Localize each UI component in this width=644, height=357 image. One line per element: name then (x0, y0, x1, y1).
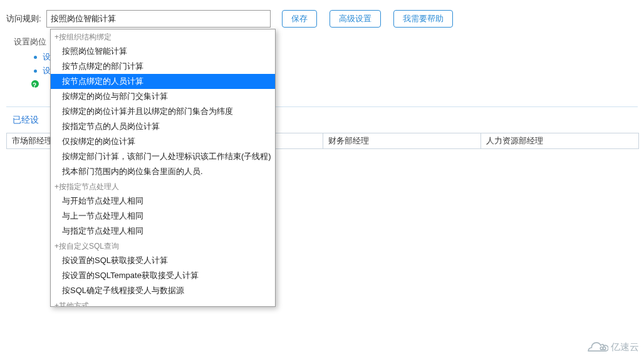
advanced-settings-button[interactable]: 高级设置 (330, 10, 381, 28)
dropdown-item[interactable]: 按绑定部门计算，该部门一人处理标识该工作结束(子线程) (51, 149, 275, 164)
cloud-icon (587, 341, 608, 353)
save-button[interactable]: 保存 (282, 10, 317, 28)
dropdown-group-head: +按指定节点处理人 (51, 179, 275, 194)
help-button[interactable]: 我需要帮助 (393, 10, 453, 28)
dropdown-item[interactable]: 与上一节点处理人相同 (51, 209, 275, 224)
dropdown-item[interactable]: 按节点绑定的人员计算 (51, 74, 275, 89)
dropdown-item[interactable]: 按绑定的岗位计算并且以绑定的部门集合为纬度 (51, 104, 275, 119)
dropdown-item[interactable]: 与指定节点处理人相同 (51, 224, 275, 239)
access-rule-dropdown[interactable]: +按组织结构绑定按照岗位智能计算按节点绑定的部门计算按节点绑定的人员计算按绑定的… (50, 29, 276, 307)
dropdown-item[interactable]: 按指定节点的人员岗位计算 (51, 119, 275, 134)
dropdown-group-head: +按自定义SQL查询 (51, 239, 275, 253)
access-rule-value: 按照岗位智能计算 (51, 13, 116, 24)
bullet-list: 设 设 ? (36, 50, 51, 78)
question-icon: ? (33, 79, 36, 93)
dropdown-item[interactable]: 与开始节点处理人相同 (51, 194, 275, 209)
watermark: 亿速云 (587, 341, 639, 353)
dropdown-item[interactable]: 按设置的SQLTempate获取接受人计算 (51, 268, 275, 283)
dropdown-item[interactable]: 按设置的SQL获取接受人计算 (51, 253, 275, 268)
list-item[interactable]: 设 (36, 50, 51, 64)
dropdown-item[interactable]: 按绑定的岗位与部门交集计算 (51, 89, 275, 104)
dropdown-item[interactable]: 按节点绑定的部门计算 (51, 59, 275, 74)
access-rule-label: 访问规则: (6, 13, 41, 24)
watermark-text: 亿速云 (611, 341, 639, 353)
already-set-label: 已经设 (13, 115, 39, 126)
dropdown-group-head: +按组织结构绑定 (51, 29, 275, 44)
role-cell[interactable]: 人力资源部经理 (480, 133, 638, 149)
svg-point-1 (603, 347, 606, 349)
dropdown-item[interactable]: 按照岗位智能计算 (51, 44, 275, 59)
dropdown-group-head: +其他方式 (51, 298, 275, 307)
dropdown-item[interactable]: 找本部门范围内的岗位集合里面的人员. (51, 164, 275, 179)
dropdown-item[interactable]: 仅按绑定的岗位计算 (51, 134, 275, 149)
top-toolbar: 访问规则: 按照岗位智能计算 保存 高级设置 我需要帮助 (0, 0, 644, 31)
section-set-position-label: 设置岗位 (14, 36, 46, 48)
list-item[interactable]: 设 (36, 64, 51, 78)
access-rule-select[interactable]: 按照岗位智能计算 (46, 10, 271, 28)
dropdown-item[interactable]: 按SQL确定子线程接受人与数据源 (51, 283, 275, 298)
role-cell[interactable]: 财务部经理 (323, 133, 480, 149)
